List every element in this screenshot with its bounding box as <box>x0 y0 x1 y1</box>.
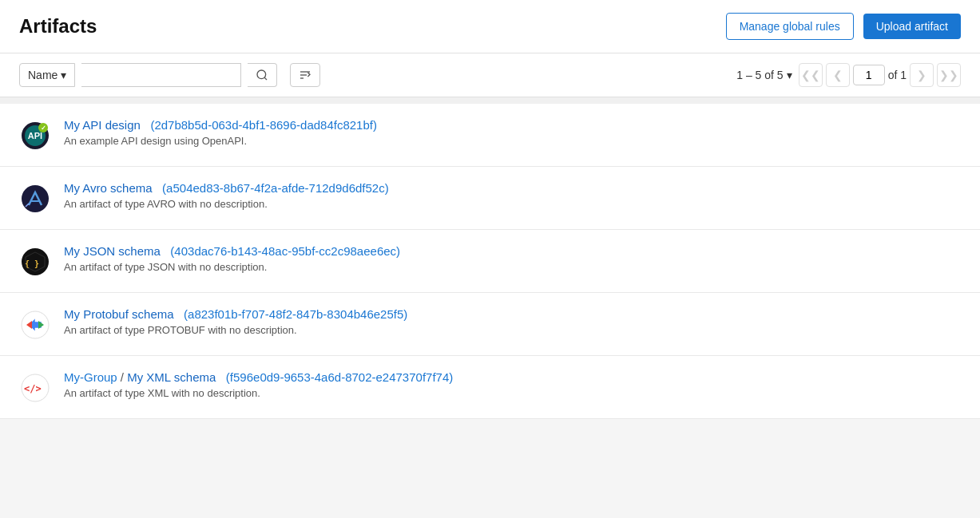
artifact-group: My-Group <box>64 370 117 384</box>
artifact-description: An artifact of type PROTOBUF with no des… <box>64 324 407 336</box>
search-button[interactable] <box>248 63 277 87</box>
pagination-info: 1 – 5 of 5 ▾ <box>736 69 792 81</box>
artifact-id: (a823f01b-f707-48f2-847b-8304b46e25f5) <box>177 307 408 321</box>
artifact-name: My API design <box>64 118 141 132</box>
artifact-name: My JSON schema <box>64 244 161 258</box>
artifact-icon-json: { } <box>19 246 51 278</box>
artifact-id: (f596e0d9-9653-4a6d-8702-e247370f7f74) <box>220 370 454 384</box>
artifact-icon-xml: </> <box>19 372 51 404</box>
artifact-description: An artifact of type AVRO with no descrip… <box>64 198 389 210</box>
svg-line-1 <box>264 77 267 80</box>
artifact-description: An artifact of type XML with no descript… <box>64 387 453 399</box>
sort-button[interactable] <box>290 63 320 87</box>
artifact-icon-protobuf <box>19 309 51 341</box>
svg-point-0 <box>257 70 266 79</box>
page-input[interactable] <box>853 65 885 85</box>
artifact-item[interactable]: API ✓ My API design (2d7b8b5d-063d-4bf1-… <box>0 104 980 167</box>
artifact-title: My Protobuf schema (a823f01b-f707-48f2-8… <box>64 307 407 321</box>
artifact-content: My Avro schema (a504ed83-8b67-4f2a-afde-… <box>64 181 389 210</box>
last-page-button[interactable]: ❯❯ <box>937 63 961 87</box>
page-header: Artifacts Manage global rules Upload art… <box>0 0 980 53</box>
chevron-down-icon[interactable]: ▾ <box>787 69 792 81</box>
artifact-icon-openapi: API ✓ <box>19 120 51 152</box>
svg-text:API: API <box>28 131 42 140</box>
page-title: Artifacts <box>19 15 97 38</box>
sort-icon <box>299 69 311 81</box>
page-of-label: of 1 <box>888 69 907 81</box>
artifact-title: My API design (2d7b8b5d-063d-4bf1-8696-d… <box>64 118 377 132</box>
toolbar-right: 1 – 5 of 5 ▾ ❮❮ ❮ of 1 ❯ ❯❯ <box>736 63 961 87</box>
artifact-content: My JSON schema (403dac76-b143-48ac-95bf-… <box>64 244 400 273</box>
pagination-controls: ❮❮ ❮ of 1 ❯ ❯❯ <box>799 63 961 87</box>
artifact-title: My Avro schema (a504ed83-8b67-4f2a-afde-… <box>64 181 389 195</box>
artifact-item[interactable]: My Avro schema (a504ed83-8b67-4f2a-afde-… <box>0 167 980 230</box>
artifact-item[interactable]: My Protobuf schema (a823f01b-f707-48f2-8… <box>0 293 980 356</box>
artifact-content: My-Group / My XML schema (f596e0d9-9653-… <box>64 370 453 399</box>
pagination-count: 1 – 5 of 5 <box>736 69 783 81</box>
artifact-title: My JSON schema (403dac76-b143-48ac-95bf-… <box>64 244 400 258</box>
artifact-content: My API design (2d7b8b5d-063d-4bf1-8696-d… <box>64 118 377 147</box>
artifact-id: (2d7b8b5d-063d-4bf1-8696-dad84fc821bf) <box>144 118 377 132</box>
svg-text:</>: </> <box>24 383 42 394</box>
artifact-id: (403dac76-b143-48ac-95bf-cc2c98aee6ec) <box>164 244 400 258</box>
artifact-name: My XML schema <box>127 370 216 384</box>
toolbar-left: Name ▾ <box>19 63 320 87</box>
svg-point-10 <box>22 185 49 212</box>
artifact-icon-avro <box>19 183 51 215</box>
artifact-id: (a504ed83-8b67-4f2a-afde-712d9d6df52c) <box>156 181 389 195</box>
chevron-down-icon: ▾ <box>61 69 66 81</box>
filter-select[interactable]: Name ▾ <box>19 63 75 87</box>
toolbar: Name ▾ 1 – 5 of 5 ▾ ❮❮ ❮ <box>0 53 980 97</box>
upload-artifact-button[interactable]: Upload artifact <box>863 14 961 39</box>
artifact-name: My Avro schema <box>64 181 153 195</box>
artifact-description: An artifact of type JSON with no descrip… <box>64 261 400 273</box>
artifact-title: My-Group / My XML schema (f596e0d9-9653-… <box>64 370 453 384</box>
artifact-name: My Protobuf schema <box>64 307 174 321</box>
prev-page-button[interactable]: ❮ <box>826 63 850 87</box>
artifact-item[interactable]: </> My-Group / My XML schema (f596e0d9-9… <box>0 356 980 419</box>
manage-rules-button[interactable]: Manage global rules <box>726 13 854 40</box>
header-actions: Manage global rules Upload artifact <box>726 13 961 40</box>
artifact-list: API ✓ My API design (2d7b8b5d-063d-4bf1-… <box>0 104 980 419</box>
artifact-description: An example API design using OpenAPI. <box>64 135 377 147</box>
next-page-button[interactable]: ❯ <box>910 63 934 87</box>
first-page-button[interactable]: ❮❮ <box>799 63 823 87</box>
artifact-content: My Protobuf schema (a823f01b-f707-48f2-8… <box>64 307 407 336</box>
svg-text:✓: ✓ <box>41 125 46 132</box>
filter-label: Name <box>28 69 58 81</box>
artifact-item[interactable]: { } My JSON schema (403dac76-b143-48ac-9… <box>0 230 980 293</box>
search-icon <box>256 69 268 81</box>
search-input[interactable] <box>81 63 241 87</box>
separator <box>0 97 980 104</box>
group-separator: / <box>121 370 127 384</box>
